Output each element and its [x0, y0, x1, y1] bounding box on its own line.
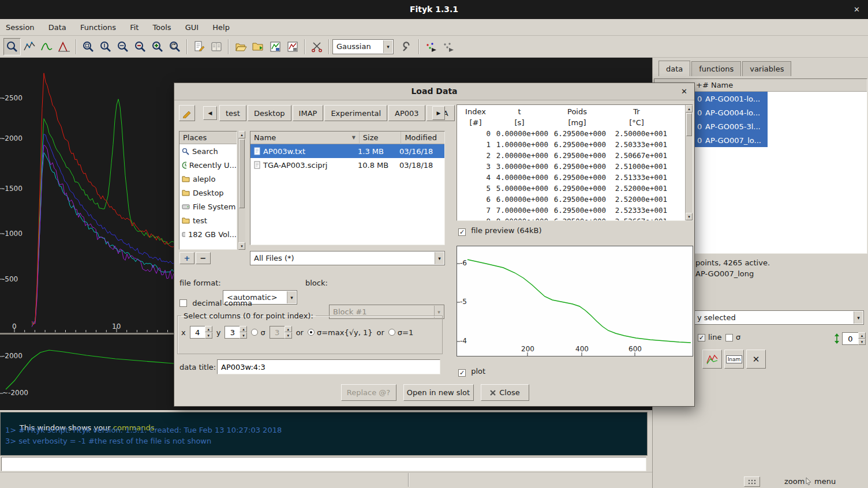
menu-tools[interactable]: Tools: [147, 19, 177, 36]
file-preview-table[interactable]: IndextPoidsTr[#][s][mg][°C]00.00000e+000…: [457, 104, 693, 221]
places-list[interactable]: Places Search Recently U... aleplo Deskt…: [179, 131, 237, 250]
menu-help[interactable]: Help: [207, 19, 235, 36]
window-close-icon[interactable]: ✕: [854, 0, 860, 19]
column-header-name[interactable]: Name ▼: [250, 132, 360, 144]
edit-script-button[interactable]: [190, 38, 208, 55]
sigma-sqrt-radio[interactable]: [308, 329, 315, 336]
data-transform-button[interactable]: [308, 38, 326, 55]
menu-session[interactable]: Session: [0, 19, 40, 36]
console-output[interactable]: This window shows your commands. 1> # Fi…: [0, 412, 648, 456]
tab-functions[interactable]: functions: [691, 61, 741, 76]
dialog-close-icon[interactable]: ✕: [681, 83, 687, 100]
smooth-spinner[interactable]: ▴▾: [842, 332, 866, 345]
x-column-spinner[interactable]: ▴▾: [190, 326, 212, 339]
remove-bookmark-button[interactable]: −: [196, 252, 211, 264]
scrollbar-thumb[interactable]: [239, 139, 245, 208]
scrollbar-thumb[interactable]: [686, 113, 692, 136]
replace-button[interactable]: Replace @?: [341, 384, 396, 401]
continue-fit-button[interactable]: [440, 38, 457, 55]
zoom-mode-button[interactable]: [3, 38, 21, 55]
menu-fit[interactable]: Fit: [124, 19, 144, 36]
place-item-desktop[interactable]: Desktop: [179, 186, 237, 200]
column-header-size[interactable]: Size: [360, 132, 402, 144]
chevron-down-icon[interactable]: ▾: [854, 311, 863, 324]
path-forward-button[interactable]: ▶: [432, 106, 445, 120]
file-row-selected[interactable]: AP003w.txt 1.3 MB 03/16/18: [250, 144, 444, 158]
y-column-spinner[interactable]: ▴▾: [225, 326, 247, 339]
zoom-in-button[interactable]: [149, 38, 166, 55]
command-input[interactable]: [1, 457, 646, 471]
places-scrollbar[interactable]: ▴ ▾: [238, 131, 245, 250]
status-menu-label[interactable]: menu: [814, 477, 836, 486]
status-zoom-label[interactable]: zoom: [784, 477, 805, 486]
file-preview-checkbox[interactable]: ✓: [458, 228, 466, 236]
file-list[interactable]: Name ▼ Size Modified AP003w.txt 1.3 MB 0…: [250, 131, 445, 245]
run-fit-button[interactable]: [422, 38, 440, 55]
scroll-up-icon[interactable]: ▴: [686, 105, 693, 112]
scroll-down-icon[interactable]: ▾: [238, 242, 245, 250]
save-data-button[interactable]: [267, 38, 284, 55]
zoom-horizontal-button[interactable]: [114, 38, 132, 55]
file-filter-combo[interactable]: All Files (*) ▾: [250, 251, 445, 265]
open-in-new-slot-button[interactable]: Open in new slot: [403, 384, 474, 401]
sigma-column-spinner[interactable]: ▴▾: [270, 326, 292, 339]
dataset-delete-button[interactable]: ✕: [746, 350, 766, 369]
execute-script-button[interactable]: [249, 38, 267, 55]
sigma-checkbox[interactable]: [725, 334, 733, 341]
y-column-value[interactable]: [225, 326, 240, 339]
chevron-down-icon[interactable]: ▾: [383, 40, 392, 53]
place-item-search[interactable]: Search: [179, 144, 237, 158]
config-grid-button[interactable]: [744, 476, 760, 487]
menu-data[interactable]: Data: [43, 19, 72, 36]
scroll-down-icon[interactable]: ▾: [686, 213, 693, 220]
file-row[interactable]: TGA-AP003.sciprj 10.8 MB 03/18/18: [250, 158, 444, 172]
decimal-comma-checkbox[interactable]: [179, 299, 187, 307]
place-item-filesystem[interactable]: File System: [179, 200, 237, 213]
save-session-button[interactable]: [284, 38, 301, 55]
add-function-button[interactable]: [398, 38, 416, 55]
spin-up-icon[interactable]: ▴: [285, 326, 292, 332]
decimal-comma-option[interactable]: decimal comma: [179, 299, 252, 307]
zoom-vertical-button[interactable]: [97, 38, 114, 55]
spin-down-icon[interactable]: ▾: [858, 339, 866, 345]
spin-down-icon[interactable]: ▾: [240, 332, 247, 339]
data-line-mode-button[interactable]: [38, 38, 55, 55]
dataset-rename-button[interactable]: Inam: [724, 350, 744, 369]
crumb-desktop[interactable]: Desktop: [248, 105, 291, 121]
x-column-value[interactable]: [190, 326, 205, 339]
crumb-experimental[interactable]: Experimental: [324, 105, 387, 121]
sigma-column-value[interactable]: [270, 326, 285, 339]
crumb-test[interactable]: test: [219, 105, 246, 121]
tab-variables[interactable]: variables: [742, 61, 791, 76]
chevron-down-icon[interactable]: ▾: [287, 291, 296, 303]
scroll-up-icon[interactable]: ▴: [238, 131, 245, 138]
smooth-value[interactable]: [842, 332, 858, 345]
menu-functions[interactable]: Functions: [74, 19, 122, 36]
dialog-title-bar[interactable]: Load Data ✕: [174, 83, 694, 100]
session-log-button[interactable]: [208, 38, 225, 55]
line-checkbox[interactable]: ✓: [698, 334, 705, 341]
tab-data[interactable]: data: [659, 61, 690, 76]
place-item-volume[interactable]: 182 GB Vol...: [179, 227, 237, 241]
zoom-out-button[interactable]: [132, 38, 149, 55]
type-filename-button[interactable]: [179, 105, 195, 121]
autoscale-y-icon[interactable]: [832, 333, 841, 344]
zoom-previous-button[interactable]: [166, 38, 184, 55]
plot-checkbox[interactable]: ✓: [458, 369, 466, 377]
spin-down-icon[interactable]: ▾: [205, 332, 212, 339]
plot-option[interactable]: ✓ plot: [458, 367, 485, 377]
place-item-recent[interactable]: Recently U...: [179, 158, 237, 172]
column-header-modified[interactable]: Modified: [401, 132, 444, 144]
load-data-button[interactable]: [232, 38, 249, 55]
close-button[interactable]: Close: [481, 384, 529, 401]
dataset-plot-button[interactable]: [702, 350, 722, 369]
spin-up-icon[interactable]: ▴: [205, 326, 212, 332]
spin-down-icon[interactable]: ▾: [285, 332, 292, 339]
data-title-input[interactable]: [217, 359, 440, 374]
chevron-down-icon[interactable]: ▾: [435, 252, 444, 264]
crumb-ap003[interactable]: AP003: [388, 105, 425, 121]
add-bookmark-button[interactable]: +: [179, 252, 194, 264]
data-points-mode-button[interactable]: [21, 38, 38, 55]
zoom-all-button[interactable]: [80, 38, 97, 55]
preview-table-scrollbar[interactable]: ▴ ▾: [685, 105, 693, 220]
